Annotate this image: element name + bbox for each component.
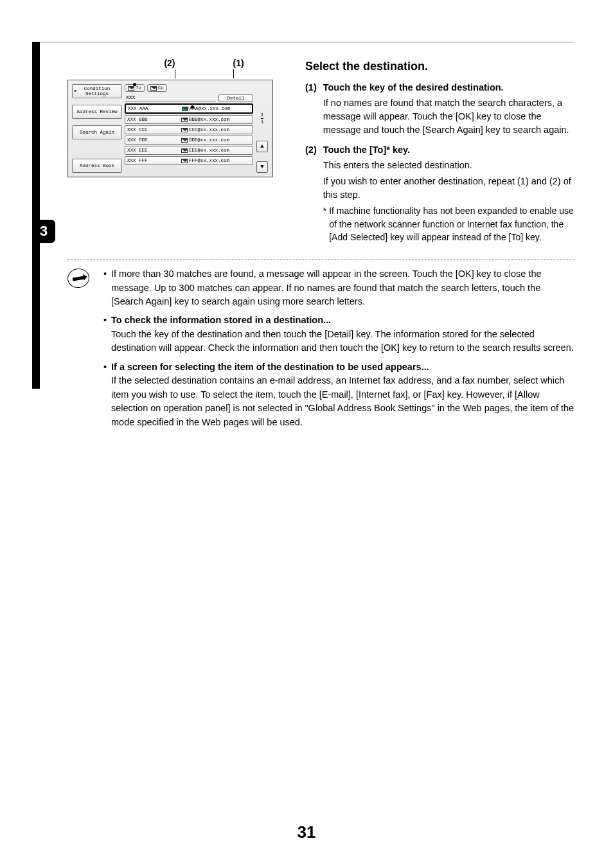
detail-button[interactable]: Detail: [218, 94, 253, 102]
note-bullet-3-body: If the selected destination contains an …: [111, 375, 574, 427]
note-bullet-2-body: Touch the key of the destination and the…: [111, 329, 574, 353]
section-divider: [67, 259, 574, 260]
address-review-button[interactable]: Address Review: [72, 105, 122, 119]
callout-1-label: (1): [233, 58, 244, 68]
substep-1-body: If no names are found that match the sea…: [323, 96, 574, 137]
callout-1-line: [233, 69, 234, 78]
note-icon: [66, 267, 91, 289]
scroll-down-button[interactable]: ▼: [256, 161, 268, 173]
scroll-up-button[interactable]: ▲: [256, 141, 268, 152]
section-side-bar: [32, 42, 40, 389]
result-row[interactable]: XXX EEEEEE@xx.xxx.com: [125, 146, 253, 155]
substep-2-line2: If you wish to enter another destination…: [323, 175, 574, 202]
note-bullet-3: If a screen for selecting the item of th…: [103, 360, 574, 429]
cc-tab[interactable]: Cc: [147, 84, 167, 92]
callout-labels: (2) (1): [67, 58, 280, 68]
footnote-text: If machine functionality has not been ex…: [329, 204, 574, 244]
result-row[interactable]: XXX CCCCCC@xx.xxx.com: [125, 125, 253, 134]
mail-icon: [181, 138, 188, 143]
result-row[interactable]: XXX DDDDDD@xx.xxx.com: [125, 136, 253, 145]
note-bullet-2-title: To check the information stored in a des…: [111, 315, 331, 325]
callout-1-dot: [191, 105, 194, 109]
note-bullet-2: To check the information stored in a des…: [103, 314, 574, 355]
note-bullet-3-title: If a screen for selecting the item of th…: [111, 362, 429, 372]
substep-2-title: Touch the [To]* key.: [323, 143, 574, 157]
address-book-button[interactable]: Address Book: [72, 159, 122, 173]
mail-icon: [150, 86, 157, 91]
mail-icon: [182, 107, 188, 111]
result-row[interactable]: XXX FFFFFF@xx.xxx.com: [125, 156, 253, 165]
footnote-asterisk: *: [323, 204, 326, 244]
step-number-badge: 3: [32, 220, 55, 243]
page-number: 31: [0, 822, 613, 842]
pencil-icon: [73, 276, 85, 281]
substep-1-num: (1): [305, 81, 317, 139]
search-again-button[interactable]: Search Again: [72, 125, 122, 139]
note-bullet-1: If more than 30 matches are found, a mes…: [103, 267, 574, 308]
note-block: If more than 30 matches are found, a mes…: [67, 267, 574, 434]
step-heading: Select the destination.: [305, 58, 574, 75]
mail-icon: [181, 128, 188, 132]
condition-settings-button[interactable]: Condition Settings: [72, 84, 122, 98]
page-fraction: 11: [261, 112, 264, 125]
instruction-column: Select the destination. (1) Touch the ke…: [305, 58, 574, 244]
top-rule: [32, 42, 574, 42]
substep-1-title: Touch the key of the desired destination…: [323, 81, 574, 94]
callout-2-line: [175, 69, 175, 78]
mail-icon: [181, 159, 188, 163]
search-text: XXX: [125, 94, 216, 102]
result-row[interactable]: XXX AAAAAA@xx.xxx.com: [125, 103, 253, 114]
substep-2-num: (2): [305, 143, 317, 244]
substep-2-line1: This enters the selected destination.: [323, 159, 574, 172]
mail-icon: [128, 86, 134, 91]
callout-2-label: (2): [164, 58, 175, 68]
device-touchscreen: Condition Settings Address Review Search…: [67, 80, 273, 177]
screenshot-column: (2) (1) Condition Settings Address Revie…: [67, 58, 280, 244]
mail-icon: [181, 118, 188, 122]
page-content: (2) (1) Condition Settings Address Revie…: [67, 58, 574, 434]
mail-icon: [181, 148, 188, 153]
result-row[interactable]: XXX BBBBBB@xx.xxx.com: [125, 115, 253, 124]
